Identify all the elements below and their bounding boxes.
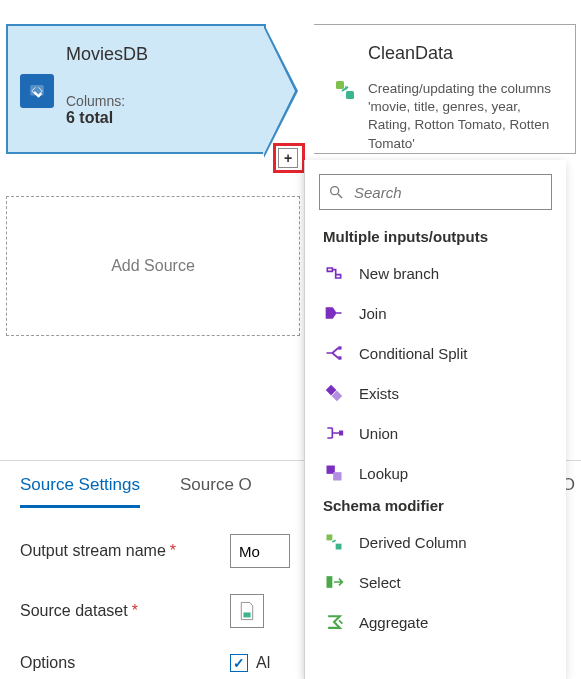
- menu-item-label: New branch: [359, 265, 439, 282]
- csv-file-icon: [238, 601, 256, 621]
- search-field-wrap[interactable]: [319, 174, 552, 210]
- menu-item-derived-column[interactable]: Derived Column: [305, 522, 566, 562]
- add-source-label: Add Source: [111, 257, 195, 275]
- svg-rect-7: [338, 356, 341, 359]
- required-marker: *: [132, 602, 138, 619]
- transform-node-description: Creating/updating the columns 'movie, ti…: [368, 80, 567, 153]
- source-node-title: MoviesDB: [66, 44, 148, 65]
- lookup-icon: [323, 462, 345, 484]
- derived-column-icon: [332, 77, 358, 103]
- required-marker: *: [170, 542, 176, 559]
- svg-rect-12: [333, 472, 341, 480]
- svg-rect-16: [243, 612, 250, 617]
- split-icon: [323, 342, 345, 364]
- menu-item-conditional-split[interactable]: Conditional Split: [305, 333, 566, 373]
- svg-line-5: [338, 194, 342, 198]
- svg-rect-1: [336, 81, 344, 89]
- svg-rect-15: [327, 576, 333, 588]
- svg-rect-10: [339, 431, 343, 436]
- exists-icon: [323, 382, 345, 404]
- svg-rect-14: [336, 544, 342, 550]
- search-icon: [328, 184, 344, 200]
- menu-item-label: Derived Column: [359, 534, 467, 551]
- menu-group-header: Schema modifier: [305, 493, 566, 522]
- options-checkbox[interactable]: ✓: [230, 654, 248, 672]
- svg-rect-2: [346, 91, 354, 99]
- menu-item-union[interactable]: Union: [305, 413, 566, 453]
- options-label: Options: [20, 654, 230, 672]
- menu-item-lookup[interactable]: Lookup: [305, 453, 566, 493]
- source-dataset-label: Source dataset*: [20, 602, 230, 620]
- menu-item-label: Select: [359, 574, 401, 591]
- menu-item-label: Union: [359, 425, 398, 442]
- aggregate-icon: [323, 611, 345, 633]
- select-icon: [323, 571, 345, 593]
- transformation-menu: Multiple inputs/outputs New branch Join …: [304, 160, 566, 679]
- search-input[interactable]: [352, 183, 547, 202]
- add-transformation-button[interactable]: +: [278, 148, 298, 168]
- columns-value: 6 total: [66, 109, 148, 127]
- transform-node-cleandata[interactable]: CleanData Creating/updating the columns …: [314, 24, 576, 154]
- menu-item-join[interactable]: Join: [305, 293, 566, 333]
- menu-item-label: Lookup: [359, 465, 408, 482]
- options-checkbox-label: Al: [256, 654, 270, 672]
- source-dataset-picker[interactable]: [230, 594, 264, 628]
- menu-group-header: Multiple inputs/outputs: [305, 224, 566, 253]
- branch-icon: [323, 262, 345, 284]
- add-source-button[interactable]: Add Source: [6, 196, 300, 336]
- menu-item-label: Aggregate: [359, 614, 428, 631]
- tab-source-settings[interactable]: Source Settings: [20, 475, 140, 508]
- columns-label: Columns:: [66, 93, 148, 109]
- menu-item-select[interactable]: Select: [305, 562, 566, 602]
- menu-item-label: Exists: [359, 385, 399, 402]
- transform-node-title: CleanData: [368, 43, 567, 64]
- plus-icon: +: [284, 150, 292, 166]
- menu-item-label: Join: [359, 305, 387, 322]
- menu-item-new-branch[interactable]: New branch: [305, 253, 566, 293]
- menu-item-label: Conditional Split: [359, 345, 467, 362]
- output-stream-name-label: Output stream name*: [20, 542, 230, 560]
- svg-point-4: [331, 187, 339, 195]
- source-node-moviesdb[interactable]: MoviesDB Columns: 6 total: [6, 24, 266, 154]
- tab-source-options[interactable]: Source O: [180, 475, 252, 508]
- output-stream-name-input[interactable]: [230, 534, 290, 568]
- svg-rect-13: [327, 535, 333, 541]
- union-icon: [323, 422, 345, 444]
- join-icon: [323, 302, 345, 324]
- derived-icon: [323, 531, 345, 553]
- svg-rect-6: [338, 346, 341, 349]
- menu-item-exists[interactable]: Exists: [305, 373, 566, 413]
- menu-item-aggregate[interactable]: Aggregate: [305, 602, 566, 642]
- dataset-icon: [20, 74, 54, 108]
